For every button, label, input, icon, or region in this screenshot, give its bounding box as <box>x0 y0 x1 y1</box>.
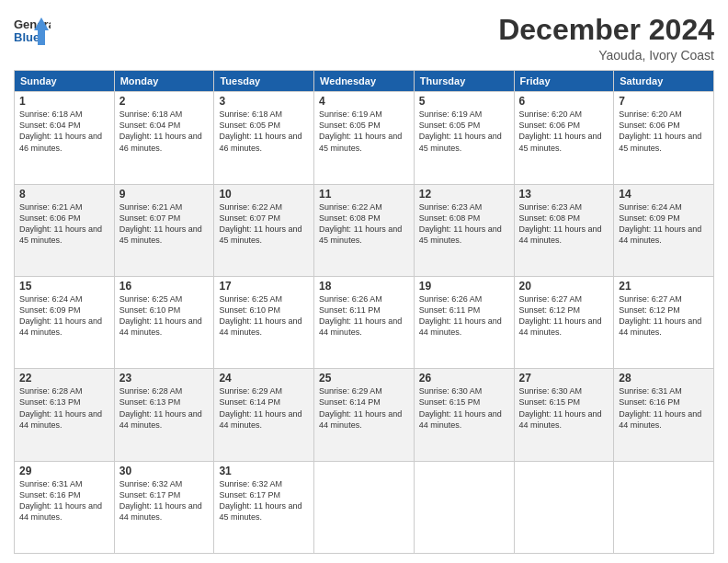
day-number: 16 <box>119 280 210 293</box>
calendar-cell: 28Sunrise: 6:31 AMSunset: 6:16 PMDayligh… <box>614 369 714 461</box>
day-number: 15 <box>19 280 109 293</box>
day-info: Sunrise: 6:30 AMSunset: 6:15 PMDaylight:… <box>419 386 502 429</box>
day-info: Sunrise: 6:26 AMSunset: 6:11 PMDaylight:… <box>419 294 502 337</box>
day-info: Sunrise: 6:19 AMSunset: 6:05 PMDaylight:… <box>419 109 502 152</box>
day-info: Sunrise: 6:30 AMSunset: 6:15 PMDaylight:… <box>519 386 602 429</box>
day-info: Sunrise: 6:24 AMSunset: 6:09 PMDaylight:… <box>619 202 701 245</box>
day-number: 25 <box>319 372 409 385</box>
day-info: Sunrise: 6:20 AMSunset: 6:06 PMDaylight:… <box>619 109 701 152</box>
calendar-cell: 13Sunrise: 6:23 AMSunset: 6:08 PMDayligh… <box>514 184 614 276</box>
col-tuesday: Tuesday <box>214 71 314 92</box>
svg-text:Blue: Blue <box>14 30 40 44</box>
title-block: December 2024 Yaouda, Ivory Coast <box>498 14 714 63</box>
day-info: Sunrise: 6:28 AMSunset: 6:13 PMDaylight:… <box>119 386 202 429</box>
calendar-cell: 14Sunrise: 6:24 AMSunset: 6:09 PMDayligh… <box>614 184 714 276</box>
calendar-title: December 2024 <box>498 14 714 46</box>
day-number: 19 <box>419 280 509 293</box>
calendar-cell: 15Sunrise: 6:24 AMSunset: 6:09 PMDayligh… <box>15 276 115 368</box>
day-info: Sunrise: 6:18 AMSunset: 6:04 PMDaylight:… <box>19 109 102 152</box>
calendar-cell: 8Sunrise: 6:21 AMSunset: 6:06 PMDaylight… <box>15 184 115 276</box>
header-row: Sunday Monday Tuesday Wednesday Thursday… <box>15 71 714 92</box>
day-info: Sunrise: 6:29 AMSunset: 6:14 PMDaylight:… <box>219 386 301 429</box>
day-info: Sunrise: 6:31 AMSunset: 6:16 PMDaylight:… <box>619 386 701 429</box>
col-wednesday: Wednesday <box>314 71 415 92</box>
calendar-cell: 27Sunrise: 6:30 AMSunset: 6:15 PMDayligh… <box>514 369 614 461</box>
calendar-cell: 12Sunrise: 6:23 AMSunset: 6:08 PMDayligh… <box>414 184 514 276</box>
day-info: Sunrise: 6:22 AMSunset: 6:07 PMDaylight:… <box>219 202 301 245</box>
calendar-week-row: 15Sunrise: 6:24 AMSunset: 6:09 PMDayligh… <box>15 276 714 368</box>
day-number: 10 <box>219 188 309 201</box>
calendar-cell: 3Sunrise: 6:18 AMSunset: 6:05 PMDaylight… <box>214 92 314 184</box>
calendar-cell: 20Sunrise: 6:27 AMSunset: 6:12 PMDayligh… <box>514 276 614 368</box>
calendar-cell: 1Sunrise: 6:18 AMSunset: 6:04 PMDaylight… <box>15 92 115 184</box>
day-number: 22 <box>19 372 109 385</box>
day-info: Sunrise: 6:31 AMSunset: 6:16 PMDaylight:… <box>19 479 102 522</box>
day-number: 13 <box>519 188 609 201</box>
day-info: Sunrise: 6:27 AMSunset: 6:12 PMDaylight:… <box>619 294 701 337</box>
day-number: 27 <box>519 372 609 385</box>
day-info: Sunrise: 6:25 AMSunset: 6:10 PMDaylight:… <box>219 294 301 337</box>
day-info: Sunrise: 6:18 AMSunset: 6:05 PMDaylight:… <box>219 109 301 152</box>
calendar-cell: 30Sunrise: 6:32 AMSunset: 6:17 PMDayligh… <box>114 461 214 553</box>
day-info: Sunrise: 6:21 AMSunset: 6:07 PMDaylight:… <box>119 202 202 245</box>
day-info: Sunrise: 6:32 AMSunset: 6:17 PMDaylight:… <box>219 479 301 522</box>
calendar-cell: 10Sunrise: 6:22 AMSunset: 6:07 PMDayligh… <box>214 184 314 276</box>
day-number: 24 <box>219 372 309 385</box>
day-number: 3 <box>219 95 309 108</box>
day-info: Sunrise: 6:25 AMSunset: 6:10 PMDaylight:… <box>119 294 202 337</box>
calendar-week-row: 22Sunrise: 6:28 AMSunset: 6:13 PMDayligh… <box>15 369 714 461</box>
calendar-cell: 21Sunrise: 6:27 AMSunset: 6:12 PMDayligh… <box>614 276 714 368</box>
day-number: 21 <box>619 280 709 293</box>
day-number: 23 <box>119 372 210 385</box>
calendar-week-row: 29Sunrise: 6:31 AMSunset: 6:16 PMDayligh… <box>15 461 714 553</box>
logo-icon: General Blue <box>14 14 51 49</box>
day-number: 26 <box>419 372 509 385</box>
calendar-cell: 18Sunrise: 6:26 AMSunset: 6:11 PMDayligh… <box>314 276 415 368</box>
day-info: Sunrise: 6:23 AMSunset: 6:08 PMDaylight:… <box>419 202 502 245</box>
calendar-cell: 23Sunrise: 6:28 AMSunset: 6:13 PMDayligh… <box>114 369 214 461</box>
day-info: Sunrise: 6:22 AMSunset: 6:08 PMDaylight:… <box>319 202 402 245</box>
calendar-cell: 26Sunrise: 6:30 AMSunset: 6:15 PMDayligh… <box>414 369 514 461</box>
day-number: 5 <box>419 95 509 108</box>
calendar-cell: 29Sunrise: 6:31 AMSunset: 6:16 PMDayligh… <box>15 461 115 553</box>
calendar-cell: 24Sunrise: 6:29 AMSunset: 6:14 PMDayligh… <box>214 369 314 461</box>
col-monday: Monday <box>114 71 214 92</box>
day-number: 8 <box>19 188 109 201</box>
calendar-cell: 11Sunrise: 6:22 AMSunset: 6:08 PMDayligh… <box>314 184 415 276</box>
day-number: 17 <box>219 280 309 293</box>
calendar-week-row: 1Sunrise: 6:18 AMSunset: 6:04 PMDaylight… <box>15 92 714 184</box>
day-number: 29 <box>19 465 109 477</box>
calendar-cell <box>514 461 614 553</box>
calendar-cell: 17Sunrise: 6:25 AMSunset: 6:10 PMDayligh… <box>214 276 314 368</box>
calendar-cell: 9Sunrise: 6:21 AMSunset: 6:07 PMDaylight… <box>114 184 214 276</box>
day-info: Sunrise: 6:18 AMSunset: 6:04 PMDaylight:… <box>119 109 202 152</box>
calendar-cell: 19Sunrise: 6:26 AMSunset: 6:11 PMDayligh… <box>414 276 514 368</box>
calendar-table: Sunday Monday Tuesday Wednesday Thursday… <box>14 70 714 554</box>
day-number: 11 <box>319 188 409 201</box>
day-number: 7 <box>619 95 709 108</box>
logo: General Blue <box>14 14 52 49</box>
calendar-cell <box>614 461 714 553</box>
calendar-week-row: 8Sunrise: 6:21 AMSunset: 6:06 PMDaylight… <box>15 184 714 276</box>
calendar-cell: 6Sunrise: 6:20 AMSunset: 6:06 PMDaylight… <box>514 92 614 184</box>
calendar-cell: 16Sunrise: 6:25 AMSunset: 6:10 PMDayligh… <box>114 276 214 368</box>
day-info: Sunrise: 6:26 AMSunset: 6:11 PMDaylight:… <box>319 294 402 337</box>
calendar-cell: 4Sunrise: 6:19 AMSunset: 6:05 PMDaylight… <box>314 92 415 184</box>
header: General Blue December 2024 Yaouda, Ivory… <box>14 14 714 63</box>
day-info: Sunrise: 6:23 AMSunset: 6:08 PMDaylight:… <box>519 202 602 245</box>
day-info: Sunrise: 6:28 AMSunset: 6:13 PMDaylight:… <box>19 386 102 429</box>
day-info: Sunrise: 6:29 AMSunset: 6:14 PMDaylight:… <box>319 386 402 429</box>
day-number: 18 <box>319 280 409 293</box>
page: General Blue December 2024 Yaouda, Ivory… <box>0 0 728 563</box>
day-info: Sunrise: 6:20 AMSunset: 6:06 PMDaylight:… <box>519 109 602 152</box>
day-number: 30 <box>119 465 210 477</box>
day-number: 31 <box>219 465 309 477</box>
day-number: 28 <box>619 372 709 385</box>
calendar-cell: 22Sunrise: 6:28 AMSunset: 6:13 PMDayligh… <box>15 369 115 461</box>
calendar-cell: 2Sunrise: 6:18 AMSunset: 6:04 PMDaylight… <box>114 92 214 184</box>
col-sunday: Sunday <box>15 71 115 92</box>
day-number: 14 <box>619 188 709 201</box>
day-number: 9 <box>119 188 210 201</box>
calendar-cell <box>314 461 415 553</box>
calendar-cell <box>414 461 514 553</box>
